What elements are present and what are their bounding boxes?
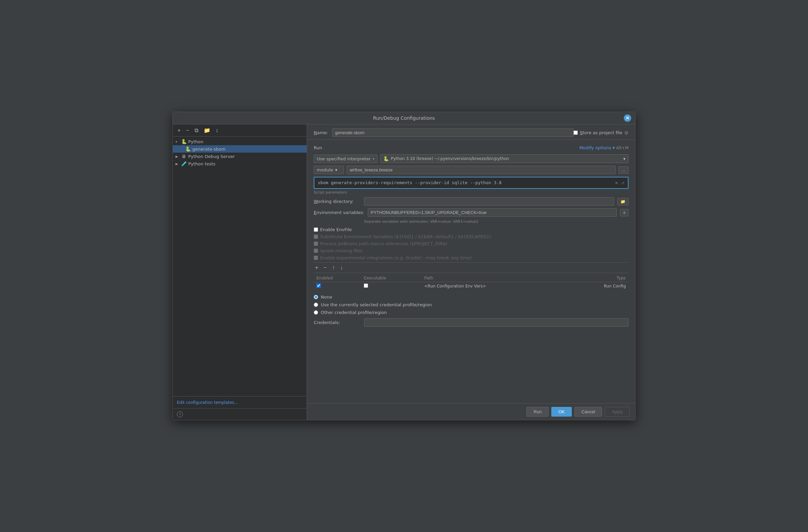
- interpreter-select[interactable]: 🐍 Python 3.10 (breeze) ~/.pyenv/versions…: [380, 154, 628, 163]
- store-label: Store as project file: [580, 130, 622, 135]
- radio-current-label: Use the currently selected credential pr…: [321, 302, 432, 307]
- interpreter-row: Use specified interpreter ▾ 🐍 Python 3.1…: [314, 154, 628, 163]
- working-dir-input[interactable]: [364, 197, 614, 206]
- env-vars-input[interactable]: [368, 208, 617, 217]
- title-bar: Run/Debug Configurations ✕: [173, 112, 635, 125]
- credentials-input[interactable]: [364, 318, 628, 327]
- tree-python-tests[interactable]: ▶ 🧪 Python tests: [173, 160, 307, 167]
- col-executable: Executable: [361, 274, 421, 282]
- process-jetbrains-checkbox[interactable]: [314, 242, 318, 246]
- name-label: Name:: [314, 130, 328, 135]
- enable-envfile-checkbox[interactable]: [314, 227, 318, 232]
- module-dropdown[interactable]: module ▾: [314, 166, 344, 174]
- cell-enabled: [314, 282, 361, 290]
- working-dir-browse-button[interactable]: 📁: [618, 198, 628, 205]
- run-debug-dialog: Run/Debug Configurations ✕ + − ⧉ 📁 ↕ ▾ 🐍…: [172, 112, 636, 420]
- module-input[interactable]: [347, 166, 616, 174]
- enable-experimental-label: Enable experimental integrations (e.g. G…: [320, 255, 472, 260]
- working-directory-row: Working directory: 📁: [314, 197, 628, 206]
- help-icon[interactable]: ?: [177, 411, 183, 417]
- gear-icon[interactable]: ⚙: [624, 130, 628, 135]
- radio-other-row: Other credential profile/region: [314, 310, 628, 315]
- ignore-missing-label: Ignore missing files: [320, 248, 362, 253]
- env-vars-edit-button[interactable]: ≡: [620, 209, 628, 216]
- tree-python-debug-server[interactable]: ▶ 🖥 Python Debug Server: [173, 153, 307, 160]
- radio-other-label: Other credential profile/region: [321, 310, 387, 315]
- cell-type: Run Config: [569, 282, 628, 290]
- radio-other[interactable]: [314, 310, 318, 315]
- row-enabled-checkbox[interactable]: [316, 283, 321, 288]
- enable-experimental-row: Enable experimental integrations (e.g. G…: [314, 255, 628, 260]
- env-vars-row: Environment variables: ≡: [314, 208, 628, 217]
- env-vars-label: Environment variables:: [314, 210, 364, 215]
- row-executable-checkbox[interactable]: [364, 283, 368, 288]
- dialog-title: Run/Debug Configurations: [373, 115, 435, 121]
- script-params-format-button[interactable]: ≡: [614, 180, 619, 186]
- enable-experimental-checkbox[interactable]: [314, 255, 318, 260]
- script-params-text: sbom generate-providers-requirements --p…: [318, 180, 502, 185]
- modify-options-label: Modify options: [580, 145, 611, 150]
- apply-button[interactable]: Apply: [605, 407, 630, 417]
- envfile-table-toolbar: + − ↑ ↓: [314, 262, 628, 273]
- chevron-right-icon: ▶: [176, 155, 180, 158]
- interpreter-dropdown[interactable]: Use specified interpreter ▾: [314, 155, 378, 163]
- chevron-down-icon3: ▾: [623, 156, 625, 162]
- working-dir-label: Working directory:: [314, 199, 361, 204]
- help-section: ?: [173, 408, 307, 420]
- add-config-button[interactable]: +: [176, 127, 182, 134]
- python-group-icon: 🐍: [181, 139, 187, 144]
- interpreter-value: Python 3.10 (breeze) ~/.pyenv/versions/b…: [391, 156, 509, 161]
- substitute-env-checkbox[interactable]: [314, 234, 318, 239]
- chevron-down-icon2: ▾: [373, 157, 374, 161]
- envfile-table: Enabled Executable Path Type <Run Config…: [314, 274, 628, 290]
- interpreter-text: 🐍 Python 3.10 (breeze) ~/.pyenv/versions…: [383, 156, 509, 162]
- script-params-expand-button[interactable]: ⤢: [620, 180, 626, 186]
- bottom-bar: Run OK Cancel Apply: [307, 403, 635, 420]
- process-jetbrains-row: Process JetBrains path macro references …: [314, 241, 628, 246]
- name-input[interactable]: [332, 129, 573, 137]
- envfile-move-up-button[interactable]: ↑: [331, 264, 336, 271]
- edit-templates[interactable]: Edit configuration templates...: [173, 396, 307, 408]
- main-content: Run Modify options ▾ Alt+M Use specified…: [307, 140, 635, 403]
- module-row: module ▾ …: [314, 166, 628, 174]
- cell-executable: [361, 282, 421, 290]
- modify-options-button[interactable]: Modify options ▾ Alt+M: [580, 145, 628, 150]
- cell-path: <Run Configuration Env Vars>: [422, 282, 569, 290]
- store-checkbox[interactable]: [573, 131, 578, 135]
- env-vars-hint: Separate variables with semicolon: VAR=v…: [364, 220, 628, 224]
- script-params-hint: Script parameters: [314, 190, 628, 194]
- run-section-header: Run Modify options ▾ Alt+M: [314, 145, 628, 150]
- edit-templates-link[interactable]: Edit configuration templates...: [177, 400, 238, 405]
- config-tree: ▾ 🐍 Python 🐍 generate-sbom ▶ 🖥 Python De…: [173, 136, 307, 396]
- chevron-down-icon: ▾: [613, 145, 615, 150]
- enable-envfile-row: Enable EnvFile: [314, 227, 628, 232]
- envfile-add-button[interactable]: +: [314, 264, 319, 271]
- store-row: Store as project file ⚙: [573, 130, 628, 135]
- tree-generate-sbom[interactable]: 🐍 generate-sbom: [173, 145, 307, 153]
- cancel-button[interactable]: Cancel: [574, 407, 602, 417]
- radio-current[interactable]: [314, 303, 318, 307]
- ok-button[interactable]: OK: [551, 407, 572, 417]
- envfile-remove-button[interactable]: −: [322, 264, 328, 271]
- copy-config-button[interactable]: ⧉: [193, 127, 200, 134]
- credentials-label: Credentials:: [314, 320, 361, 325]
- substitute-env-label: Substitute Environment Variables (${FOO}…: [320, 234, 491, 239]
- table-row[interactable]: <Run Configuration Env Vars> Run Config: [314, 282, 628, 290]
- radio-none[interactable]: [314, 295, 318, 299]
- folder-button[interactable]: 📁: [202, 127, 212, 134]
- generate-sbom-label: generate-sbom: [192, 147, 225, 152]
- modify-shortcut: Alt+M: [616, 146, 628, 150]
- python-icon: 🐍: [383, 156, 389, 162]
- script-params-box: sbom generate-providers-requirements --p…: [314, 177, 628, 189]
- remove-config-button[interactable]: −: [185, 127, 190, 134]
- right-panel: Name: Store as project file ⚙ Run: [307, 125, 635, 420]
- envfile-move-down-button[interactable]: ↓: [339, 264, 344, 271]
- tree-toolbar: + − ⧉ 📁 ↕: [173, 125, 307, 136]
- radio-current-row: Use the currently selected credential pr…: [314, 302, 628, 307]
- close-button[interactable]: ✕: [624, 114, 631, 122]
- sort-button[interactable]: ↕: [215, 127, 220, 134]
- ignore-missing-checkbox[interactable]: [314, 249, 318, 253]
- run-button[interactable]: Run: [527, 407, 549, 417]
- tree-python-group[interactable]: ▾ 🐍 Python: [173, 138, 307, 145]
- module-browse-button[interactable]: …: [619, 166, 628, 174]
